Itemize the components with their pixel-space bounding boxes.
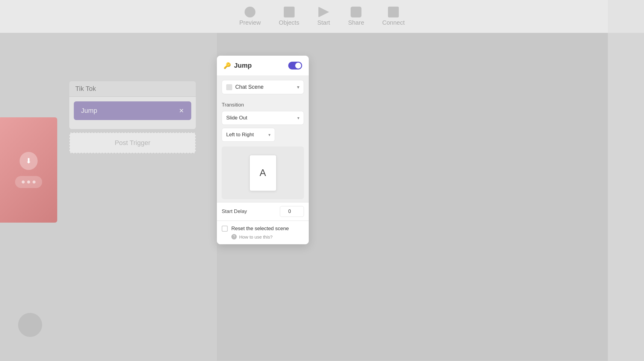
node-body[interactable]: Jump ✕ [69,97,196,129]
toolbar-item-preview[interactable]: Preview [239,7,261,26]
post-trigger-label: Post Trigger [115,139,151,147]
transition-type-label: Slide Out [226,115,247,121]
toolbar-connect-label: Connect [382,19,405,26]
reset-checkbox[interactable] [222,226,228,232]
transition-type-dropdown[interactable]: Slide Out ▾ [222,111,304,125]
pink-media-card: ⬇ [0,117,57,223]
post-trigger-area: Post Trigger [69,132,196,153]
scene-label: Chat Scene [235,84,264,90]
start-delay-row: Start Delay [217,202,309,221]
scene-dropdown-left: Chat Scene [226,84,264,90]
direction-dropdown[interactable]: Left to Right ▾ [222,128,275,142]
direction-label: Left to Right [226,132,254,138]
help-icon: ? [231,234,237,239]
toolbar-start-label: Start [317,19,330,26]
help-row: ? How to use this? [231,234,304,239]
jump-icon: 🔑 [224,62,231,69]
transition-label: Transition [222,102,304,108]
close-icon: ✕ [179,107,184,114]
toolbar-share-label: Share [348,19,364,26]
dot-1 [22,180,25,184]
avatar [18,313,42,337]
canvas-area: ⬇ Tik Tok Jump ✕ Post Trigger [0,33,217,361]
jump-trigger-button[interactable]: Jump ✕ [74,101,191,120]
ellipsis-dots [15,176,42,188]
download-icon: ⬇ [20,152,38,170]
panel-title: Jump [234,62,252,69]
scene-color-indicator [226,84,232,90]
objects-icon [284,7,295,17]
right-sidebar [608,0,644,361]
help-text[interactable]: How to use this? [239,234,273,239]
dot-2 [27,180,30,184]
reset-row: Reset the selected scene [222,226,304,232]
toolbar-objects-label: Objects [279,19,299,26]
panel-header-left: 🔑 Jump [224,62,252,69]
node-title-bar: Tik Tok [69,81,196,96]
chevron-down-icon: ▾ [297,84,299,90]
reset-label: Reset the selected scene [231,226,289,232]
start-icon [318,7,329,17]
transition-preview: A [222,147,304,199]
preview-letter: A [260,167,266,178]
jump-button-label: Jump [81,107,97,115]
start-delay-input[interactable] [280,206,304,217]
scene-dropdown[interactable]: Chat Scene ▾ [222,80,304,94]
enable-toggle[interactable] [288,62,302,69]
toolbar-item-share[interactable]: Share [348,7,364,26]
jump-panel: 🔑 Jump Chat Scene ▾ Transition Slide Out… [217,56,309,244]
toolbar-item-connect[interactable]: Connect [382,7,405,26]
transition-section: Transition Slide Out ▾ Left to Right ▾ [217,98,309,145]
node-title: Tik Tok [75,85,96,93]
chevron-down-icon: ▾ [297,116,299,120]
toolbar-preview-label: Preview [239,19,261,26]
dot-3 [33,180,36,184]
panel-header: 🔑 Jump [217,56,309,76]
toolbar: Preview Objects Start Share Connect [0,0,644,33]
toolbar-item-objects[interactable]: Objects [279,7,299,26]
share-icon [351,7,361,17]
toolbar-item-start[interactable]: Start [317,7,330,26]
start-delay-label: Start Delay [222,208,247,214]
preview-icon [245,7,255,17]
chevron-down-icon: ▾ [268,132,270,137]
connect-icon [388,7,399,17]
preview-card: A [249,155,277,191]
reset-section: Reset the selected scene ? How to use th… [217,221,309,244]
